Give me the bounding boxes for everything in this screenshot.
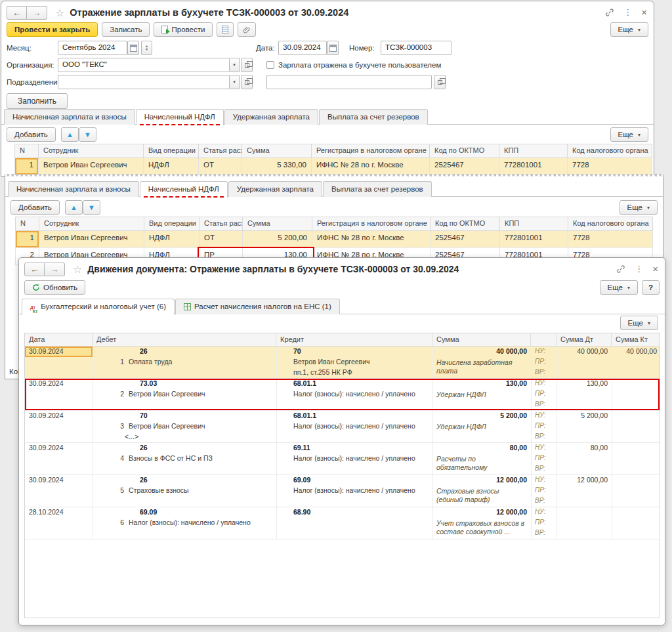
sum-dt[interactable]: 80,00 — [556, 443, 612, 453]
table-row[interactable]: 1 Ветров Иван Сергеевич НДФЛ ОТ 5 200,00… — [15, 231, 653, 248]
account-field[interactable] — [266, 75, 432, 89]
fill-button[interactable]: Заполнить — [7, 93, 68, 109]
help-button[interactable]: ? — [642, 280, 660, 295]
credit-account[interactable]: 69.11 — [276, 443, 432, 453]
posting-date[interactable]: 28.10.2024 — [25, 507, 93, 518]
credit-account[interactable]: 68.90 — [276, 507, 432, 518]
col-n[interactable]: N — [15, 144, 39, 158]
cell-tax-registration[interactable]: ИФНС № 28 по г. Москве — [312, 158, 430, 175]
cell-sum[interactable]: 5 330,00 — [242, 158, 312, 175]
back-button[interactable]: ← — [24, 263, 45, 276]
sum-dt[interactable]: 5 200,00 — [556, 411, 612, 421]
posting-row-5[interactable]: 30.09.2024 26 69.09 12 000,00 НУ: 12 000… — [25, 475, 660, 507]
more-menu-icon[interactable]: ⋮ — [635, 264, 643, 274]
cell-n[interactable]: 1 — [15, 158, 39, 175]
window1-more-button[interactable]: Еще▾ — [610, 22, 648, 37]
posting-sum[interactable]: 80,00 — [432, 443, 531, 453]
move-up-button[interactable]: ▲ — [65, 200, 83, 215]
debit-account[interactable]: 73.03 — [93, 379, 276, 389]
save-button[interactable]: Записать — [102, 22, 150, 37]
tab-accounting-tax[interactable]: ДтКтБухгалтерский и налоговый учет (6) — [22, 299, 175, 315]
col-tax-code[interactable]: Код налогового органа — [568, 144, 653, 158]
sum-kt[interactable] — [612, 379, 660, 389]
cell-employee[interactable]: Ветров Иван Сергеевич — [39, 231, 144, 247]
posting-date[interactable]: 30.09.2024 — [25, 347, 93, 357]
col-debit[interactable]: Дебет — [93, 333, 276, 346]
posting-sum[interactable]: 12 000,00 — [432, 507, 531, 518]
col-kpp[interactable]: КПП — [500, 217, 568, 230]
tab-accrued-salary[interactable]: Начисленная зарплата и взносы — [8, 181, 139, 197]
col-sum-dt[interactable]: Сумма Дт — [556, 333, 612, 346]
sum-dt[interactable] — [556, 507, 612, 518]
debit-account[interactable]: 26 — [93, 443, 276, 453]
col-kpp[interactable]: КПП — [499, 144, 568, 158]
cell-expense-item[interactable]: ОТ — [199, 158, 242, 175]
posting-sum[interactable]: 5 200,00 — [432, 411, 531, 421]
favorite-star-icon[interactable]: ☆ — [73, 263, 82, 276]
posting-sum[interactable]: 130,00 — [432, 379, 531, 389]
month-spinner[interactable]: ▴▾ — [141, 41, 152, 55]
window3-grid-more-button[interactable]: Еще▾ — [620, 316, 658, 330]
organization-open-button[interactable] — [241, 58, 253, 72]
post-and-close-button[interactable]: Провести и закрыть — [7, 22, 98, 37]
month-calendar-button[interactable] — [127, 41, 139, 55]
forward-button[interactable]: → — [27, 6, 47, 20]
sum-kt[interactable] — [612, 475, 660, 486]
col-operation[interactable]: Вид операции — [144, 144, 199, 158]
organization-dropdown-button[interactable]: ▾ — [230, 58, 240, 72]
department-field[interactable] — [58, 75, 230, 89]
move-down-button[interactable]: ▼ — [83, 200, 100, 215]
back-button[interactable]: ← — [7, 6, 27, 20]
table-row[interactable]: 1 Ветров Иван Сергеевич НДФЛ ОТ 5 330,00… — [14, 158, 652, 175]
cell-kpp[interactable]: 772801001 — [499, 158, 568, 175]
date-field[interactable]: 30.09.2024 — [278, 41, 327, 55]
window2-grid-more-button[interactable]: Еще▾ — [620, 200, 658, 215]
account-open-button[interactable] — [434, 75, 446, 89]
forward-button[interactable]: → — [45, 263, 65, 276]
posting-date[interactable]: 30.09.2024 — [25, 443, 93, 453]
get-link-icon[interactable] — [605, 8, 614, 17]
posting-date[interactable]: 30.09.2024 — [25, 379, 93, 389]
posting-sum[interactable]: 40 000,00 — [432, 347, 531, 357]
cell-operation[interactable]: НДФЛ — [144, 231, 200, 247]
cell-employee[interactable]: Ветров Иван Сергеевич — [39, 158, 144, 175]
col-tax-code[interactable]: Код налогового органа — [568, 217, 654, 230]
refresh-button[interactable]: Обновить — [24, 280, 85, 295]
attachments-button[interactable] — [238, 22, 256, 37]
close-icon[interactable]: × — [652, 263, 658, 274]
col-operation[interactable]: Вид операции — [144, 217, 200, 230]
month-field[interactable]: Сентябрь 2024 — [58, 41, 127, 55]
more-menu-icon[interactable]: ⋮ — [623, 7, 632, 17]
favorite-star-icon[interactable]: ☆ — [55, 7, 64, 19]
cell-tax-registration[interactable]: ИФНС № 28 по г. Москве — [312, 231, 430, 247]
sum-kt[interactable] — [612, 411, 660, 421]
sum-kt[interactable] — [612, 443, 660, 453]
add-row-button[interactable]: Добавить — [10, 200, 60, 215]
sum-kt[interactable]: 40 000,00 — [612, 347, 660, 357]
tab-reserve-payout[interactable]: Выплата за счет резервов — [319, 109, 428, 125]
document-structure-button[interactable] — [217, 22, 234, 37]
cell-oktmo[interactable]: 2525467 — [430, 231, 500, 247]
close-icon[interactable]: × — [641, 7, 647, 18]
posting-row-6[interactable]: 28.10.2024 69.09 68.90 12 000,00 НУ: 6На… — [25, 507, 660, 539]
col-oktmo[interactable]: Код по ОКТМО — [430, 144, 499, 158]
tab-ens-tax-calc[interactable]: Расчет начисления налогов на ЕНС (1) — [175, 299, 340, 314]
move-up-button[interactable]: ▲ — [61, 127, 79, 142]
date-calendar-button[interactable] — [327, 41, 339, 55]
tab-withheld-salary[interactable]: Удержанная зарплата — [224, 109, 318, 125]
get-link-icon[interactable] — [616, 264, 625, 274]
window1-grid-more-button[interactable]: Еще▾ — [610, 127, 648, 142]
cell-tax-code[interactable]: 7728 — [568, 231, 654, 247]
sum-kt[interactable] — [612, 507, 660, 518]
col-sum[interactable]: Сумма — [242, 144, 312, 158]
cell-kpp[interactable]: 772801001 — [500, 231, 568, 247]
col-sum[interactable]: Сумма — [432, 333, 531, 346]
debit-account[interactable]: 26 — [93, 475, 276, 486]
posting-date[interactable]: 30.09.2024 — [25, 475, 93, 486]
add-row-button[interactable]: Добавить — [7, 127, 56, 142]
tab-accrued-ndfl[interactable]: Начисленный НДФЛ — [140, 181, 228, 198]
credit-account[interactable]: 68.01.1 — [276, 411, 432, 421]
posting-row-4[interactable]: 30.09.2024 26 69.11 80,00 НУ: 80,00 4Взн… — [25, 443, 660, 475]
sum-dt[interactable]: 130,00 — [556, 379, 612, 389]
posting-row-1[interactable]: 30.09.2024 26 70 40 000,00 НУ: 40 000,00… — [25, 347, 660, 379]
